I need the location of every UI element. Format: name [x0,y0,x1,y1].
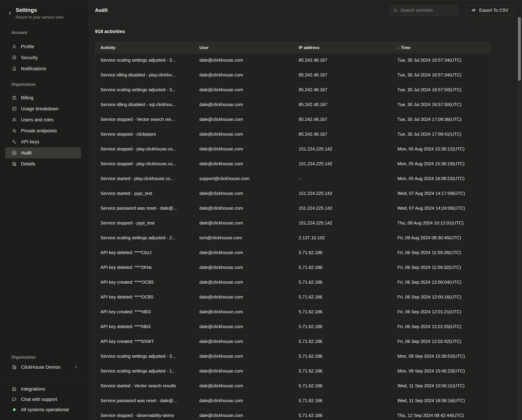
back-button[interactable] [7,10,13,17]
table-row: API key created: ****bXWT dale@clickhous… [95,335,491,350]
cell-activity: Service stopped - play.clickhouse.co... [95,157,194,172]
section-label-account: Account [0,30,89,35]
cell-activity: Service scaling settings adjusted - 2... [95,231,194,246]
sidebar-subtitle: Return to your service view [16,15,84,20]
cell-ip-address: 151.224.225.142 [293,202,392,216]
table-row: Service stopped - Vector search res... d… [95,113,491,127]
audit-table: Activity User IP address ↓ Time Service … [95,42,491,420]
bell-icon [12,66,17,71]
cell-ip-address: 85.242.48.167 [293,98,392,113]
scrollbar-track[interactable] [517,16,522,420]
cell-user: dale@clickhouse.com [194,128,293,142]
sidebar-item-usage-breakdown[interactable]: Usage breakdown [5,103,81,114]
building-icon [12,365,17,370]
cell-activity: API key created: ****bXWT [95,335,194,350]
org-switcher-block: Organization ClickHouse Demos [0,355,89,373]
sidebar-item-profile[interactable]: Profile [5,41,81,52]
sidebar-item-security[interactable]: Security [5,52,81,63]
cell-user: dale@clickhouse.com [194,379,293,394]
cell-activity: Service password was reset - dale@... [95,202,194,216]
shield-check-icon [12,55,17,60]
status-dot-icon [12,407,17,412]
sidebar-item-audit[interactable]: Audit [5,147,81,158]
sidebar-item-chat-with-support[interactable]: Chat with support [5,394,81,404]
scrollbar-thumb[interactable] [518,17,521,81]
cell-time: Fri, 06 Sep 2024 12:00:16(UTC) [392,290,491,305]
table-row: Service started - Vector search results … [95,379,491,394]
cell-ip-address: 5.71.62.186 [293,409,392,420]
cell-activity: Service idling disabled - sql.clickhou..… [95,98,194,113]
column-header-time[interactable]: ↓ Time [392,45,491,50]
status-label: All systems operational [21,407,69,412]
table-row: API key created: ****hBI3 dale@clickhous… [95,305,491,320]
cell-ip-address: 5.71.62.186 [293,276,392,290]
cell-ip-address: 5.71.62.186 [293,320,392,335]
table-row: Service stopped - play.clickhouse.co... … [95,157,491,172]
organization-nav: Billing Usage breakdown Users and roles … [0,92,89,169]
sidebar-item-private-endpoints[interactable]: Private endpoints [5,125,81,136]
column-header-user[interactable]: User [194,45,293,50]
cell-activity: Service started - pypi_test [95,187,194,201]
cell-time: Fri, 06 Sep 2024 12:01:21(UTC) [392,305,491,320]
sidebar-item-users-and-roles[interactable]: Users and roles [5,114,81,125]
cell-user: dale@clickhouse.com [194,98,293,113]
table-row: Service stopped - clickpipes dale@clickh… [95,127,491,142]
table-row: Service scaling settings adjusted - 3...… [95,350,491,364]
org-switcher-clickhouse-demos[interactable]: ClickHouse Demos [5,362,81,373]
sidebar-item-label: Profile [21,44,34,49]
cell-user: dale@clickhouse.com [194,261,293,275]
section-label-organization: Organization [0,82,89,87]
sidebar-title: Settings [16,7,84,13]
cell-time: Thu, 08 Aug 2024 10:12:01(UTC) [392,216,491,231]
cell-activity: Service stopped - observability-demo [95,409,194,420]
cell-ip-address: 5.71.62.186 [293,335,392,350]
cell-user: dale@clickhouse.com [194,276,293,290]
cell-user: dale@clickhouse.com [194,335,293,350]
sidebar-item-notifications[interactable]: Notifications [5,63,81,74]
cell-time: Tue, 30 Jul 2024 17:09:36(UTC) [392,113,491,127]
sidebar-item-api-keys[interactable]: API keys [5,136,81,147]
activities-count: 918 activities [95,29,522,34]
cell-time: Fri, 09 Aug 2024 08:30:45(UTC) [392,231,491,246]
cell-time: Wed, 07 Aug 2024 14:17:09(UTC) [392,187,491,201]
column-header-activity[interactable]: Activity [95,45,194,50]
table-row: Service stopped - observability-demo dal… [95,409,491,420]
sidebar-item-billing[interactable]: Billing [5,92,81,103]
cell-user: dale@clickhouse.com [194,216,293,231]
column-header-ip-address[interactable]: IP address [293,45,392,50]
topbar: Audit Export To CSV [89,0,522,21]
search-input[interactable] [400,8,454,13]
chevron-left-icon [8,11,12,16]
export-button-label: Export To CSV [479,8,508,13]
cell-user: dale@clickhouse.com [194,157,293,172]
cell-time: Mon, 09 Sep 2024 15:39:52(UTC) [392,350,491,364]
sidebar-item-label: Billing [21,95,33,101]
sidebar-item-integrations[interactable]: Integrations [5,384,81,394]
export-to-csv-button[interactable]: Export To CSV [466,5,514,16]
cell-activity: Service scaling settings adjusted - 3... [95,54,194,68]
cell-time: Wed, 11 Sep 2024 18:06:16(UTC) [392,394,491,409]
cell-user: dale@clickhouse.com [194,409,293,420]
cell-time: Tue, 30 Jul 2024 16:57:34(UTC) [392,68,491,83]
cell-time: Fri, 06 Sep 2024 11:59:28(UTC) [392,246,491,261]
sidebar-item-label: Chat with support [21,397,57,402]
cell-activity: Service scaling settings adjusted - 3... [95,350,194,364]
billing-card-icon [12,95,17,100]
cell-user: dale@clickhouse.com [194,290,293,305]
table-row: Service scaling settings adjusted - 2...… [95,231,491,246]
search-box [389,5,458,16]
cell-time: Tue, 30 Jul 2024 16:57:50(UTC) [392,83,491,98]
sidebar-item-label: Security [21,55,38,60]
org-switcher-name: ClickHouse Demos [21,365,61,370]
sidebar-item-label: Audit [21,150,32,156]
sidebar-item-label: Details [21,161,35,167]
table-row: Service started - play.clickhouse.co... … [95,172,491,187]
cell-activity: Service started - play.clickhouse.co... [95,172,194,187]
sidebar-item-system-status[interactable]: All systems operational [5,404,81,415]
search-icon [393,8,398,13]
key-icon [12,139,17,144]
settings-app: Settings Return to your service view Acc… [0,0,522,420]
cell-activity: Service stopped - Vector search res... [95,113,194,127]
sidebar-item-details[interactable]: Details [5,158,81,169]
cell-ip-address: 5.71.62.186 [293,350,392,364]
